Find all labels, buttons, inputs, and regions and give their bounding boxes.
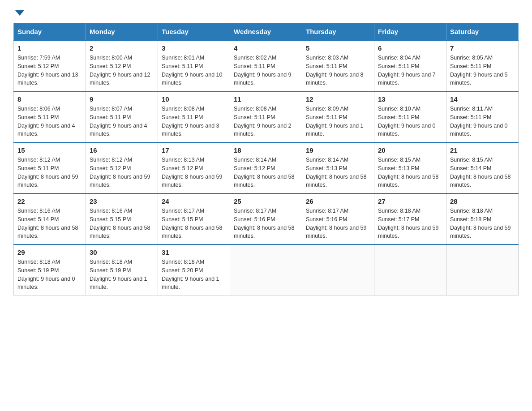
calendar-day-cell: 27Sunrise: 8:18 AMSunset: 5:17 PMDayligh… <box>374 193 446 244</box>
day-number: 20 <box>378 146 442 154</box>
day-number: 13 <box>378 95 442 103</box>
day-number: 19 <box>306 146 370 154</box>
calendar-week-row: 8Sunrise: 8:06 AMSunset: 5:11 PMDaylight… <box>14 91 519 142</box>
weekday-header-wednesday: Wednesday <box>230 23 302 41</box>
calendar-day-cell: 13Sunrise: 8:10 AMSunset: 5:11 PMDayligh… <box>374 91 446 142</box>
day-info: Sunrise: 8:00 AMSunset: 5:12 PMDaylight:… <box>90 54 154 87</box>
day-number: 5 <box>306 44 370 52</box>
day-info: Sunrise: 8:18 AMSunset: 5:20 PMDaylight:… <box>162 258 226 291</box>
day-info: Sunrise: 8:09 AMSunset: 5:11 PMDaylight:… <box>306 105 370 138</box>
day-info: Sunrise: 8:16 AMSunset: 5:15 PMDaylight:… <box>90 207 154 240</box>
day-info: Sunrise: 8:15 AMSunset: 5:14 PMDaylight:… <box>450 156 515 189</box>
day-info: Sunrise: 8:08 AMSunset: 5:11 PMDaylight:… <box>162 105 226 138</box>
day-info: Sunrise: 8:01 AMSunset: 5:11 PMDaylight:… <box>162 54 226 87</box>
logo <box>13 9 24 14</box>
day-number: 28 <box>450 197 515 205</box>
day-info: Sunrise: 8:17 AMSunset: 5:16 PMDaylight:… <box>306 207 370 240</box>
logo-arrow-icon <box>15 10 24 16</box>
calendar-day-cell: 19Sunrise: 8:14 AMSunset: 5:13 PMDayligh… <box>302 142 374 193</box>
calendar-day-cell: 23Sunrise: 8:16 AMSunset: 5:15 PMDayligh… <box>86 193 158 244</box>
day-info: Sunrise: 8:07 AMSunset: 5:11 PMDaylight:… <box>90 105 154 138</box>
day-number: 16 <box>90 146 154 154</box>
day-info: Sunrise: 8:16 AMSunset: 5:14 PMDaylight:… <box>17 207 82 240</box>
day-info: Sunrise: 7:59 AMSunset: 5:12 PMDaylight:… <box>17 54 82 87</box>
calendar-day-cell: 18Sunrise: 8:14 AMSunset: 5:12 PMDayligh… <box>230 142 302 193</box>
day-info: Sunrise: 8:18 AMSunset: 5:17 PMDaylight:… <box>378 207 442 240</box>
day-number: 30 <box>90 248 154 256</box>
calendar-day-cell: 22Sunrise: 8:16 AMSunset: 5:14 PMDayligh… <box>14 193 86 244</box>
calendar-day-cell: 15Sunrise: 8:12 AMSunset: 5:11 PMDayligh… <box>14 142 86 193</box>
day-number: 3 <box>162 44 226 52</box>
day-number: 18 <box>234 146 298 154</box>
day-info: Sunrise: 8:18 AMSunset: 5:18 PMDaylight:… <box>450 207 515 240</box>
day-number: 14 <box>450 95 515 103</box>
day-info: Sunrise: 8:17 AMSunset: 5:15 PMDaylight:… <box>162 207 226 240</box>
calendar-day-cell: 29Sunrise: 8:18 AMSunset: 5:19 PMDayligh… <box>14 244 86 295</box>
day-number: 23 <box>90 197 154 205</box>
day-info: Sunrise: 8:15 AMSunset: 5:13 PMDaylight:… <box>378 156 442 189</box>
day-info: Sunrise: 8:14 AMSunset: 5:13 PMDaylight:… <box>306 156 370 189</box>
calendar-day-cell: 6Sunrise: 8:04 AMSunset: 5:11 PMDaylight… <box>374 40 446 91</box>
calendar-day-cell: 12Sunrise: 8:09 AMSunset: 5:11 PMDayligh… <box>302 91 374 142</box>
calendar-week-row: 1Sunrise: 7:59 AMSunset: 5:12 PMDaylight… <box>14 40 519 91</box>
day-info: Sunrise: 8:18 AMSunset: 5:19 PMDaylight:… <box>90 258 154 291</box>
calendar-header-row: SundayMondayTuesdayWednesdayThursdayFrid… <box>14 23 519 41</box>
day-number: 11 <box>234 95 298 103</box>
day-number: 15 <box>17 146 82 154</box>
calendar-day-cell: 31Sunrise: 8:18 AMSunset: 5:20 PMDayligh… <box>158 244 230 295</box>
calendar-day-cell: 24Sunrise: 8:17 AMSunset: 5:15 PMDayligh… <box>158 193 230 244</box>
day-number: 17 <box>162 146 226 154</box>
day-info: Sunrise: 8:03 AMSunset: 5:11 PMDaylight:… <box>306 54 370 87</box>
day-info: Sunrise: 8:02 AMSunset: 5:11 PMDaylight:… <box>234 54 298 87</box>
day-number: 25 <box>234 197 298 205</box>
calendar-day-cell: 4Sunrise: 8:02 AMSunset: 5:11 PMDaylight… <box>230 40 302 91</box>
calendar-day-cell: 7Sunrise: 8:05 AMSunset: 5:11 PMDaylight… <box>446 40 519 91</box>
weekday-header-thursday: Thursday <box>302 23 374 41</box>
calendar-day-cell <box>230 244 302 295</box>
calendar-day-cell: 28Sunrise: 8:18 AMSunset: 5:18 PMDayligh… <box>446 193 519 244</box>
day-info: Sunrise: 8:06 AMSunset: 5:11 PMDaylight:… <box>17 105 82 138</box>
calendar-day-cell: 10Sunrise: 8:08 AMSunset: 5:11 PMDayligh… <box>158 91 230 142</box>
day-number: 2 <box>90 44 154 52</box>
page-header <box>13 9 519 14</box>
calendar-table: SundayMondayTuesdayWednesdayThursdayFrid… <box>13 23 519 295</box>
day-number: 12 <box>306 95 370 103</box>
day-info: Sunrise: 8:08 AMSunset: 5:11 PMDaylight:… <box>234 105 298 138</box>
day-info: Sunrise: 8:04 AMSunset: 5:11 PMDaylight:… <box>378 54 442 87</box>
calendar-day-cell: 16Sunrise: 8:12 AMSunset: 5:12 PMDayligh… <box>86 142 158 193</box>
weekday-header-monday: Monday <box>86 23 158 41</box>
day-number: 1 <box>17 44 82 52</box>
calendar-week-row: 22Sunrise: 8:16 AMSunset: 5:14 PMDayligh… <box>14 193 519 244</box>
calendar-day-cell: 2Sunrise: 8:00 AMSunset: 5:12 PMDaylight… <box>86 40 158 91</box>
weekday-header-saturday: Saturday <box>446 23 519 41</box>
weekday-header-friday: Friday <box>374 23 446 41</box>
day-number: 22 <box>17 197 82 205</box>
calendar-day-cell: 21Sunrise: 8:15 AMSunset: 5:14 PMDayligh… <box>446 142 519 193</box>
day-info: Sunrise: 8:18 AMSunset: 5:19 PMDaylight:… <box>17 258 82 291</box>
calendar-day-cell: 11Sunrise: 8:08 AMSunset: 5:11 PMDayligh… <box>230 91 302 142</box>
day-number: 4 <box>234 44 298 52</box>
calendar-day-cell: 17Sunrise: 8:13 AMSunset: 5:12 PMDayligh… <box>158 142 230 193</box>
calendar-week-row: 29Sunrise: 8:18 AMSunset: 5:19 PMDayligh… <box>14 244 519 295</box>
calendar-day-cell <box>446 244 519 295</box>
day-info: Sunrise: 8:12 AMSunset: 5:11 PMDaylight:… <box>17 156 82 189</box>
day-info: Sunrise: 8:05 AMSunset: 5:11 PMDaylight:… <box>450 54 515 87</box>
calendar-day-cell <box>374 244 446 295</box>
day-number: 9 <box>90 95 154 103</box>
day-number: 7 <box>450 44 515 52</box>
day-number: 27 <box>378 197 442 205</box>
day-info: Sunrise: 8:12 AMSunset: 5:12 PMDaylight:… <box>90 156 154 189</box>
calendar-day-cell <box>302 244 374 295</box>
day-number: 6 <box>378 44 442 52</box>
weekday-header-sunday: Sunday <box>14 23 86 41</box>
calendar-day-cell: 20Sunrise: 8:15 AMSunset: 5:13 PMDayligh… <box>374 142 446 193</box>
day-number: 31 <box>162 248 226 256</box>
calendar-day-cell: 5Sunrise: 8:03 AMSunset: 5:11 PMDaylight… <box>302 40 374 91</box>
calendar-day-cell: 9Sunrise: 8:07 AMSunset: 5:11 PMDaylight… <box>86 91 158 142</box>
calendar-day-cell: 14Sunrise: 8:11 AMSunset: 5:11 PMDayligh… <box>446 91 519 142</box>
day-info: Sunrise: 8:14 AMSunset: 5:12 PMDaylight:… <box>234 156 298 189</box>
calendar-day-cell: 3Sunrise: 8:01 AMSunset: 5:11 PMDaylight… <box>158 40 230 91</box>
day-number: 26 <box>306 197 370 205</box>
calendar-day-cell: 1Sunrise: 7:59 AMSunset: 5:12 PMDaylight… <box>14 40 86 91</box>
calendar-day-cell: 25Sunrise: 8:17 AMSunset: 5:16 PMDayligh… <box>230 193 302 244</box>
